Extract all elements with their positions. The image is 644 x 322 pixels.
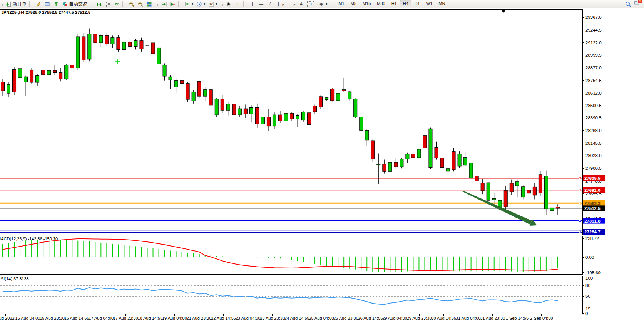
candle-bullish [544, 176, 548, 209]
price-axis-label: 28632.0 [585, 91, 602, 96]
toolbar-group-handle[interactable] [32, 2, 33, 7]
terminal-icon[interactable] [34, 0, 43, 8]
new-order-button-label: 新订单 [13, 1, 27, 7]
autotrade-button-glyph [62, 2, 68, 7]
trendline-icon[interactable]: / [266, 0, 274, 8]
toolbar-group-handle[interactable] [181, 2, 182, 7]
fibonacci-icon[interactable]: ≡F [286, 0, 297, 8]
crosshair-icon-glyph: + [235, 2, 241, 7]
price-axis-label: 28390.5 [585, 116, 602, 120]
trendline-icon-glyph: / [267, 2, 273, 7]
candle-bearish [186, 84, 189, 99]
auto-scroll-icon[interactable] [159, 0, 168, 8]
timeframe-m5[interactable]: M5 [348, 0, 360, 8]
toolbar-separator [122, 1, 123, 7]
line-chart-icon[interactable] [112, 0, 121, 8]
chat-button[interactable]: 1 [634, 0, 640, 8]
toolbar-group-handle[interactable] [125, 2, 126, 7]
candlestick-chart-icon[interactable] [104, 0, 112, 8]
zoom-out-icon[interactable] [136, 0, 145, 8]
timeframe-h1[interactable]: H1 [388, 0, 400, 8]
timeframe-d1[interactable]: D1 [411, 0, 423, 8]
cursor-icon-glyph [226, 2, 232, 7]
new-order-button[interactable]: 新订单 [4, 0, 28, 8]
candle-bearish [435, 147, 438, 158]
price-axis-label: 28754.5 [585, 78, 602, 83]
buy-marker-icon [115, 59, 120, 64]
candle-bullish [134, 41, 137, 47]
timeframe-m30[interactable]: M30 [374, 0, 388, 8]
horizontal-line-icon[interactable]: — [257, 0, 266, 8]
channel-icon-sub: E [282, 3, 284, 7]
timeframe-m1[interactable]: M1 [335, 0, 347, 8]
cursor-icon[interactable] [224, 0, 233, 8]
candle-bullish [7, 84, 10, 93]
toolbar-group-handle[interactable] [246, 2, 247, 7]
time-axis-label: 21 Aug 23:30 [187, 316, 212, 320]
candle-bullish [249, 107, 253, 114]
crosshair-icon[interactable]: + [233, 0, 242, 8]
zoom-in-icon[interactable] [127, 0, 136, 8]
candle-bullish [18, 69, 22, 78]
signals-icon[interactable] [52, 0, 60, 8]
text-icon-glyph: A [298, 2, 304, 7]
arrows-icon[interactable]: ◆▾ [317, 0, 329, 8]
candle-bearish [82, 37, 85, 60]
chart-canvas[interactable]: 29367.029244.529122.028999.528877.028754… [0, 0, 644, 322]
indicators-icon[interactable]: ▾ [183, 0, 195, 8]
indicators-icon-dropdown[interactable]: ▾ [192, 2, 193, 6]
line-endpoint-marker[interactable] [579, 189, 581, 191]
candle-bearish [30, 70, 33, 82]
candle-bullish [550, 208, 554, 210]
timeframe-w1[interactable]: W1 [423, 0, 436, 8]
line-endpoint-marker[interactable] [579, 231, 581, 233]
candle-bullish [47, 70, 51, 75]
toolbar-group-handle[interactable] [157, 2, 159, 7]
tile-windows-icon[interactable] [145, 0, 154, 8]
channel-icon[interactable]: ∥E [274, 0, 286, 8]
autotrade-button[interactable]: 自动交易 [60, 0, 89, 8]
candle-bearish [140, 41, 143, 49]
timeframe-h4[interactable]: H4 [400, 0, 411, 8]
scroll-position-triangle-icon[interactable] [502, 10, 505, 13]
candle-bearish [13, 70, 16, 92]
time-axis-label: 26 Aug 14:55 [358, 316, 383, 320]
toolbar-group-handle[interactable] [222, 2, 224, 7]
periods-icon-dropdown[interactable]: ▾ [204, 2, 205, 6]
candle-bullish [65, 65, 68, 79]
text-label-icon[interactable]: T [306, 0, 317, 8]
candle-bullish [515, 182, 519, 186]
line-endpoint-marker[interactable] [579, 177, 581, 179]
timeframe-mn[interactable]: MN [435, 0, 448, 8]
candle-bearish [290, 113, 294, 119]
toolbar-separator [330, 1, 330, 7]
text-label-icon-glyph: T [307, 1, 315, 7]
timeframe-m15[interactable]: M15 [360, 0, 374, 8]
candle-bullish [146, 45, 149, 45]
candle-bullish [88, 34, 91, 59]
price-axis-label: 29122.0 [585, 40, 602, 45]
candle-bearish [319, 97, 323, 107]
new-chart-icon[interactable] [43, 0, 52, 8]
line-endpoint-marker[interactable] [579, 220, 581, 222]
bar-chart-icon[interactable] [95, 0, 104, 8]
text-icon[interactable]: A [297, 0, 306, 8]
periods-icon[interactable]: ▾ [195, 0, 207, 8]
line-endpoint-marker[interactable] [579, 202, 581, 204]
toolbar-group-handle[interactable] [2, 2, 3, 7]
fibonacci-icon-sub: F [293, 3, 295, 7]
search-icon[interactable] [625, 2, 631, 7]
candle-bearish [313, 106, 317, 112]
candle-bearish [371, 141, 375, 159]
candle-bullish [463, 158, 467, 165]
templates-icon[interactable]: ▾ [207, 0, 219, 8]
candle-bullish [487, 183, 490, 200]
vertical-line-icon[interactable]: | [248, 0, 257, 8]
chart-shift-icon[interactable] [168, 0, 177, 8]
time-axis-label: 25 Aug 23:30 [333, 316, 358, 320]
candle-bullish [469, 163, 473, 178]
candle-bearish [331, 89, 334, 101]
arrows-icon-dropdown[interactable]: ▾ [326, 2, 327, 6]
toolbar-group-handle[interactable] [92, 2, 94, 7]
templates-icon-dropdown[interactable]: ▾ [216, 2, 217, 6]
